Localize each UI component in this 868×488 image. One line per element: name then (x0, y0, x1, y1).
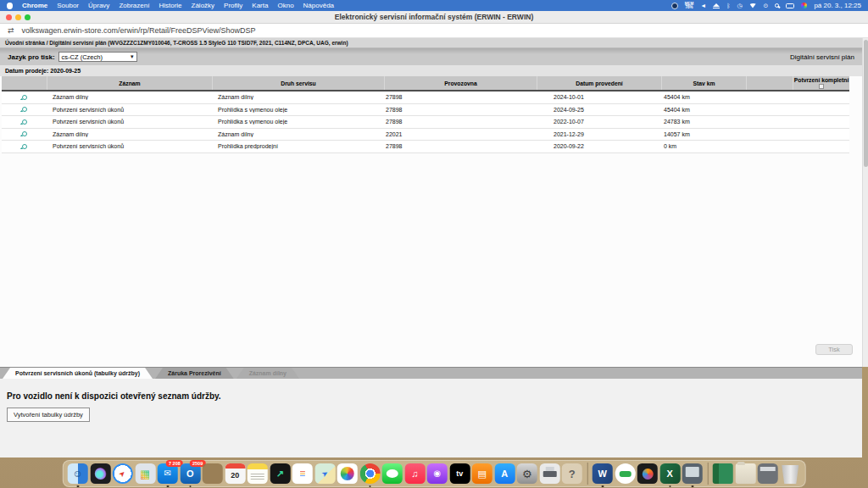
url-text[interactable]: volkswagen.erwin-store.com/erwin/rp/Reta… (22, 26, 256, 35)
table-row[interactable]: Potvrzení servisních úkonů Prohlídka s v… (2, 116, 849, 129)
tab-switcher-icon[interactable]: ⇄ (8, 26, 14, 35)
mute-icon[interactable]: ◄ (700, 3, 706, 9)
dock-icon-finder[interactable]: ☺ (68, 463, 88, 484)
wifi-icon[interactable] (749, 3, 757, 8)
menu-okno[interactable]: Okno (277, 2, 293, 9)
header-stav-km: Stav km (661, 76, 746, 90)
header-icon-col (2, 76, 47, 90)
cell-stav: 45404 km (661, 107, 746, 113)
dock-icon-scanner[interactable] (758, 463, 778, 484)
dock-icon-siri[interactable] (90, 463, 110, 484)
browser-url-bar[interactable]: ⇄ volkswagen.erwin-store.com/erwin/rp/Re… (0, 24, 868, 38)
bluetooth-icon[interactable]: ᛒ (726, 3, 730, 9)
spotlight-search-icon[interactable] (775, 3, 779, 8)
table-row[interactable]: Potvrzení servisních úkonů Prohlídka s v… (2, 104, 849, 117)
minimize-window-button[interactable] (15, 14, 21, 20)
time-machine-icon[interactable]: ◷ (737, 3, 742, 9)
dock-icon-launchpad[interactable]: ▦ (135, 463, 155, 484)
menu-soubor[interactable]: Soubor (57, 2, 79, 9)
menu-profily[interactable]: Profily (224, 2, 242, 9)
table-row[interactable]: Potvrzení servisních úkonů Prohlídka pre… (2, 141, 849, 153)
menu-zobrazeni[interactable]: Zobrazení (119, 2, 149, 9)
cell-druh: Záznam dílny (212, 94, 384, 100)
dock-icon-messages[interactable] (382, 463, 403, 484)
header-datum-provedeni: Datum provedení (537, 76, 661, 90)
table-row[interactable]: Záznam dílny Záznam dílny 22021 2021-12-… (2, 129, 849, 141)
dock: ☺ ➤ ▦ ✉7 208 O2509 20 ↗ ≡ ➤ ♫ ◉ tv ▤ A ⚙… (63, 460, 806, 487)
dock-icon-car-app[interactable] (615, 463, 635, 484)
header-zaznam: Záznam (47, 76, 212, 90)
tab-zaruka-prorezivani[interactable]: Záruka Prorezivění (155, 368, 234, 379)
dock-icon-trash[interactable] (780, 463, 800, 484)
cell-zaznam: Potvrzení servisních úkonů (47, 119, 212, 125)
language-label: Jazyk pro tisk: (8, 53, 55, 61)
memory-value: 78% (685, 6, 694, 9)
display-icon[interactable] (786, 3, 794, 8)
dock-separator (587, 463, 587, 485)
menu-chrome[interactable]: Chrome (22, 2, 47, 9)
menu-zalozky[interactable]: Záložky (192, 2, 215, 9)
dock-icon-folder[interactable] (735, 463, 755, 484)
dock-icon-podcasts[interactable]: ◉ (427, 463, 448, 484)
dock-icon-activity-app[interactable] (637, 463, 658, 484)
vertical-scrollbar[interactable] (862, 38, 868, 367)
apple-menu-icon[interactable] (7, 3, 13, 9)
dock-icon-panel-app[interactable] (682, 463, 703, 484)
memory-indicator[interactable]: MEM 78% (685, 3, 694, 9)
menu-napoveda[interactable]: Nápověda (303, 2, 334, 9)
cell-datum: 2022-10-07 (537, 119, 661, 125)
user-account-icon[interactable]: ⊙ (764, 3, 769, 9)
table-row[interactable]: Záznam dílny Záznam dílny 27898 2024-10-… (2, 92, 849, 104)
dock-icon-word[interactable]: W (593, 463, 613, 484)
view-record-magnifier-icon[interactable] (22, 144, 27, 149)
view-record-magnifier-icon[interactable] (22, 107, 27, 112)
screen-sharing-indicator-icon[interactable] (801, 3, 807, 8)
dock-icon-reminders[interactable]: ≡ (292, 463, 313, 484)
sale-date: Datum prodeje: 2020-09-25 (0, 65, 862, 76)
dock-icon-green-stack[interactable] (713, 463, 733, 484)
dock-icon-mail[interactable]: ✉7 208 (158, 463, 178, 484)
cell-zaznam: Potvrzení servisních úkonů (47, 107, 212, 113)
app-status-icon[interactable] (671, 3, 678, 9)
dock-icon-calendar[interactable]: 20 (225, 463, 245, 484)
confirm-complete-checkbox[interactable] (819, 84, 824, 89)
eject-icon[interactable] (713, 3, 720, 7)
dock-icon-apple-tv[interactable]: tv (449, 463, 470, 484)
breadcrumb-text: Úvodní stránka / Digitální servisní plán… (5, 40, 348, 46)
menu-bar-clock[interactable]: pá 20. 3., 12:25 (814, 2, 861, 9)
dock-icon-books[interactable]: ▤ (472, 463, 492, 484)
service-records-table: Záznam Druh servisu Provozovna Datum pro… (2, 76, 849, 153)
dock-icon-stocks[interactable]: ↗ (270, 463, 290, 484)
dock-icon-outlook[interactable]: O2509 (180, 463, 200, 484)
view-record-magnifier-icon[interactable] (22, 131, 27, 136)
scrollbar-thumb[interactable] (864, 40, 868, 167)
view-record-magnifier-icon[interactable] (22, 95, 27, 100)
dock-icon-printer[interactable] (539, 463, 559, 484)
close-window-button[interactable] (6, 14, 12, 20)
dock-icon-photos[interactable] (337, 463, 358, 484)
zoom-window-button[interactable] (25, 14, 31, 20)
breadcrumb: Úvodní stránka / Digitální servisní plán… (0, 38, 868, 48)
cell-datum: 2024-09-25 (537, 107, 661, 113)
dock-icon-system-settings[interactable]: ⚙ (517, 463, 537, 484)
menu-historie[interactable]: Historie (159, 2, 181, 9)
tab-potvrzeni-servisnich-ukonu[interactable]: Potvrzení servisních úkonů (tabulky údrž… (3, 368, 153, 379)
dock-icon-excel[interactable]: X (659, 463, 680, 484)
dock-icon-help[interactable]: ? (562, 463, 582, 484)
dock-icon-app-store[interactable]: A (494, 463, 515, 484)
view-record-magnifier-icon[interactable] (22, 119, 27, 125)
menu-karta[interactable]: Karta (252, 2, 268, 9)
dock-icon-chrome[interactable] (359, 463, 380, 484)
create-maintenance-table-button[interactable]: Vytvoření tabulky údržby (7, 408, 90, 422)
print-button[interactable]: Tisk (815, 344, 853, 355)
dock-separator (707, 463, 708, 485)
menu-upravy[interactable]: Úpravy (88, 2, 109, 9)
dock-icon-maps[interactable]: ➤ (314, 463, 335, 484)
dock-icon-notes[interactable] (248, 463, 268, 484)
dock-icon-music[interactable]: ♫ (404, 463, 425, 484)
language-select[interactable]: cs-CZ (Czech) ▾ (58, 52, 137, 62)
cell-provozovna: 27898 (384, 107, 537, 113)
dock-icon-dimmed-app[interactable] (203, 463, 223, 484)
dock-icon-safari[interactable]: ➤ (113, 463, 133, 484)
print-language-toolbar: Jazyk pro tisk: cs-CZ (Czech) ▾ Digitáln… (0, 48, 862, 65)
